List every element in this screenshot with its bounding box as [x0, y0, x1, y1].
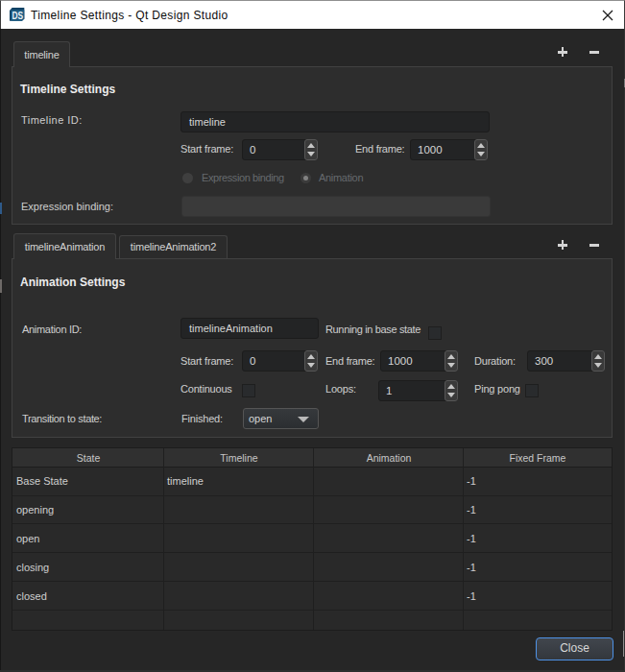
svg-text:DS: DS — [12, 10, 24, 21]
